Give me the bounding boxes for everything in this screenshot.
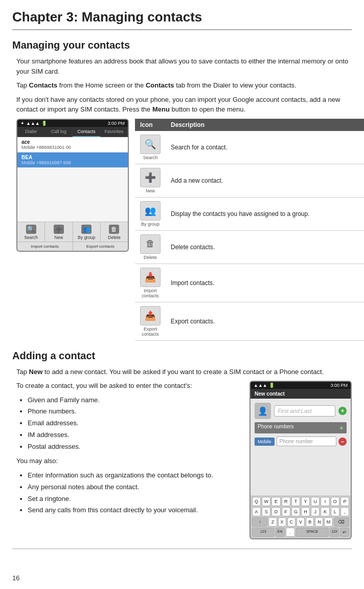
phone-number-input[interactable]: Phone number bbox=[277, 437, 336, 446]
icon-cell-0: 🔍 Search bbox=[135, 131, 166, 164]
adding-sub-intro: To create a contact, you will be asked t… bbox=[16, 381, 242, 391]
key-m[interactable]: M bbox=[324, 517, 332, 527]
key-u[interactable]: U bbox=[311, 497, 320, 506]
description-cell-4: Import contacts. bbox=[166, 264, 364, 302]
key-12hash[interactable]: 12# bbox=[330, 528, 339, 537]
key-n[interactable]: N bbox=[315, 517, 323, 527]
icon-label-3: Delete bbox=[140, 255, 161, 260]
tab-contacts[interactable]: Contacts bbox=[73, 127, 100, 137]
key-w[interactable]: W bbox=[262, 497, 270, 506]
icon-label-1: New bbox=[140, 188, 161, 193]
key-comma[interactable]: , bbox=[340, 507, 349, 516]
bullet-notes: Any personal notes about the contact. bbox=[28, 482, 242, 493]
search-icon: 🔍 bbox=[26, 225, 36, 234]
tab-favorites[interactable]: Favorites bbox=[100, 127, 128, 137]
phone-import-row: Import contacts Export contacts bbox=[17, 242, 128, 251]
key-p[interactable]: P bbox=[340, 497, 349, 506]
new-contact-body: 👤 First and Last + Phone numbers + Mobil… bbox=[251, 399, 351, 495]
icon-table-row: 👥 By group Display the contacts you have… bbox=[135, 197, 364, 230]
phone2-signal-icon: ▲▲▲ bbox=[254, 383, 267, 388]
bullet-email: Email addresses. bbox=[28, 418, 242, 429]
icon-label-4: Import contacts bbox=[140, 288, 161, 298]
icon-description-table: Icon Description 🔍 Search Search for a c… bbox=[135, 119, 364, 341]
key-y[interactable]: Y bbox=[301, 497, 310, 506]
phone-number-row: Mobile Phone number − bbox=[255, 437, 347, 446]
bullet-ringtone: Set a ringtone. bbox=[28, 494, 242, 505]
icon-table-row: 🗑 Delete Delete contacts. bbox=[135, 230, 364, 264]
key-i[interactable]: I bbox=[321, 497, 329, 506]
key-123[interactable]: 123 bbox=[252, 528, 275, 537]
key-en[interactable]: EN bbox=[276, 528, 285, 537]
key-e[interactable]: E bbox=[271, 497, 280, 506]
key-v[interactable]: V bbox=[297, 517, 305, 527]
adding-bullet-list-2: Enter information such as organizations … bbox=[28, 470, 242, 516]
key-a[interactable]: A bbox=[252, 507, 261, 516]
phone-actions: 🔍 Search ➕ New 👥 By group 🗑 Delete bbox=[17, 222, 128, 242]
remove-phone-button[interactable]: − bbox=[338, 438, 347, 446]
icon-5: 📤 bbox=[140, 306, 161, 325]
key-q[interactable]: Q bbox=[252, 497, 261, 506]
phone-screenshot-2: ▲▲▲ 🔋 3:00 PM New contact 👤 First and La… bbox=[249, 381, 352, 539]
new-icon: ➕ bbox=[54, 225, 64, 234]
phone2-battery-icon: 🔋 bbox=[269, 383, 275, 388]
key-b[interactable]: B bbox=[306, 517, 314, 527]
key-c[interactable]: C bbox=[287, 517, 295, 527]
contact-bea-number: Mobile +886916997 699 bbox=[21, 160, 124, 165]
action-search-label: Search bbox=[24, 235, 38, 240]
icon-label-2: By group bbox=[140, 222, 161, 227]
icon-2: 👥 bbox=[140, 201, 161, 221]
key-t[interactable]: T bbox=[291, 497, 300, 506]
contacts-list: ace Mobile +8869831001 00 BEA Mobile +88… bbox=[17, 137, 128, 222]
key-j[interactable]: J bbox=[311, 507, 320, 516]
bottom-rule: 16 bbox=[12, 549, 352, 553]
new-contact-title: New contact bbox=[255, 391, 285, 397]
key-r[interactable]: R bbox=[282, 497, 290, 506]
key-g[interactable]: G bbox=[291, 507, 300, 516]
managing-contacts-title: Managing your contacts bbox=[12, 39, 352, 51]
managing-contacts-body: Your smartphone features an address book… bbox=[12, 56, 352, 341]
add-name-button[interactable]: + bbox=[338, 407, 347, 415]
icon-table-row: 📤 Export contacts Export contacts. bbox=[135, 302, 364, 340]
action-new-label: New bbox=[54, 235, 63, 240]
bluetooth-icon: ✦ bbox=[20, 121, 25, 126]
bullet-voicemail: Send any calls from this contact directl… bbox=[28, 505, 242, 516]
bygroup-icon: 👥 bbox=[81, 225, 92, 234]
action-export[interactable]: Export contacts bbox=[73, 242, 128, 251]
key-enter[interactable]: ↵ bbox=[340, 528, 349, 537]
key-z[interactable]: Z bbox=[268, 517, 277, 527]
key-s[interactable]: S bbox=[262, 507, 270, 516]
key-d[interactable]: D bbox=[271, 507, 280, 516]
key-period[interactable]: . bbox=[286, 528, 295, 537]
adding-contact-section: Adding a contact Tap New to add a new co… bbox=[12, 350, 352, 540]
key-l[interactable]: L bbox=[331, 507, 339, 516]
name-input[interactable]: First and Last bbox=[274, 405, 335, 417]
key-backspace[interactable]: ⌫ bbox=[334, 517, 349, 527]
phone-type-button[interactable]: Mobile bbox=[255, 438, 275, 446]
action-search[interactable]: 🔍 Search bbox=[17, 222, 45, 242]
adding-contact-title: Adding a contact bbox=[12, 350, 352, 362]
icon-label-5: Export contacts bbox=[140, 326, 161, 337]
key-x[interactable]: X bbox=[278, 517, 286, 527]
icon-cell-3: 🗑 Delete bbox=[135, 230, 166, 264]
key-o[interactable]: O bbox=[331, 497, 339, 506]
action-bygroup[interactable]: 👥 By group bbox=[73, 222, 101, 242]
bullet-im: IM addresses. bbox=[28, 430, 242, 441]
description-cell-5: Export contacts. bbox=[166, 302, 364, 340]
key-h[interactable]: H bbox=[301, 507, 310, 516]
icon-0: 🔍 bbox=[140, 135, 161, 154]
key-k[interactable]: K bbox=[321, 507, 329, 516]
key-f[interactable]: F bbox=[282, 507, 290, 516]
tab-dialer[interactable]: Dialer bbox=[17, 127, 45, 137]
action-delete[interactable]: 🗑 Delete bbox=[101, 222, 128, 242]
tab-calllog[interactable]: Call log bbox=[45, 127, 73, 137]
statusbar-time: 3:00 PM bbox=[107, 121, 125, 126]
key-shift[interactable]: ↑ bbox=[252, 517, 267, 527]
action-import[interactable]: Import contacts bbox=[17, 242, 73, 251]
battery-icon: 🔋 bbox=[41, 121, 47, 126]
add-phone-icon[interactable]: + bbox=[339, 424, 344, 432]
delete-icon: 🗑 bbox=[109, 225, 119, 234]
phone-numbers-section: Phone numbers + bbox=[255, 422, 347, 433]
action-new[interactable]: ➕ New bbox=[45, 222, 73, 242]
key-space[interactable]: SPACE bbox=[296, 528, 329, 537]
icon-cell-2: 👥 By group bbox=[135, 197, 166, 230]
